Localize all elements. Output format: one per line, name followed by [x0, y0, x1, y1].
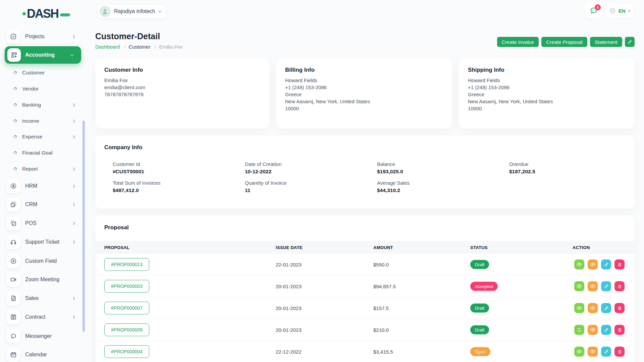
preview-button[interactable] — [588, 259, 598, 269]
calendar-icon — [6, 348, 20, 362]
create-invoice-button[interactable]: Create Invoice — [497, 37, 539, 47]
sidebar-item-label: Custom Field — [25, 258, 57, 264]
notification-badge: 0 — [595, 4, 601, 10]
edit-button[interactable] — [601, 259, 611, 269]
header-actions: Create Invoice Create Proposal Statement — [497, 37, 635, 47]
language-selector[interactable]: EN — [606, 3, 633, 18]
proposal-id-link[interactable]: #PROP000007 — [104, 302, 149, 314]
eye-icon — [576, 261, 582, 267]
sidebar-item-label: Vendor — [22, 86, 39, 92]
breadcrumb-dashboard[interactable]: Dashboard — [95, 44, 120, 50]
view-button[interactable] — [574, 259, 584, 269]
eye-icon — [590, 283, 596, 289]
eye-icon — [576, 283, 582, 289]
sidebar-scrollbar[interactable] — [83, 121, 85, 332]
cards-icon — [6, 216, 20, 230]
edit-button[interactable] — [601, 325, 611, 335]
field-value: $193,025.0 — [377, 169, 403, 175]
sidebar-item-zoom-meeting[interactable]: Zoom Meeting — [0, 272, 83, 287]
breadcrumb-customer[interactable]: Customer — [128, 44, 150, 50]
status-badge: Open — [470, 347, 490, 356]
edit-button[interactable] — [601, 281, 611, 291]
sidebar-subitem-finacial-goal[interactable]: Finacial Goal — [0, 145, 83, 160]
view-button[interactable] — [574, 347, 584, 357]
workspace-switcher[interactable]: Rajodiya infotech — [97, 4, 166, 19]
column-header-action: ACTION — [573, 245, 590, 250]
amount: $157.5 — [373, 305, 389, 311]
delete-button[interactable] — [614, 347, 625, 357]
chevron-right-icon — [72, 203, 75, 206]
messages-button[interactable]: 0 — [585, 3, 602, 18]
sidebar-subitem-expense[interactable]: Expense — [0, 129, 83, 144]
statement-button[interactable]: Statement — [590, 37, 622, 47]
edit-button[interactable] — [601, 347, 611, 357]
edit-button[interactable] — [601, 303, 611, 313]
view-button[interactable] — [574, 281, 584, 291]
sidebar-item-label: Contract — [25, 314, 45, 320]
app-logo[interactable]: DASH — [22, 7, 70, 21]
sidebar: Projects Accounting Customer Vendor Bank… — [0, 27, 87, 362]
preview-button[interactable] — [588, 303, 598, 313]
sidebar-subitem-report[interactable]: Report — [0, 162, 83, 176]
preview-button[interactable] — [588, 281, 598, 291]
field-label: Overdue — [509, 161, 535, 167]
sidebar-item-contract[interactable]: Contract — [0, 310, 83, 324]
sidebar-item-sales[interactable]: Sales — [0, 291, 83, 306]
field-label: Date of Creation — [245, 161, 281, 167]
proposal-id-link[interactable]: #PROP000003 — [104, 280, 149, 293]
sidebar-subitem-vendor[interactable]: Vendor — [0, 81, 83, 96]
create-proposal-button[interactable]: Create Proposal — [541, 37, 587, 47]
sidebar-item-crm[interactable]: CRM — [0, 197, 83, 212]
sidebar-item-label: Projects — [25, 34, 45, 40]
customer-phone: 78787878787878 — [104, 91, 145, 98]
video-icon — [6, 273, 20, 287]
preview-button[interactable] — [588, 347, 598, 357]
field-customer-id: Customer Id #CUST00001 — [113, 161, 144, 175]
field-value: 11 — [245, 187, 286, 193]
issue-date: 20-01-2023 — [276, 327, 302, 333]
sidebar-item-hrm[interactable]: HRM — [0, 179, 83, 193]
sidebar-item-projects[interactable]: Projects — [0, 29, 83, 44]
field-value: $187,202.5 — [509, 169, 535, 175]
sidebar-item-messenger[interactable]: Messenger — [0, 329, 83, 344]
field-label: Quantity of Invoice — [245, 180, 286, 186]
people-cycle-icon — [6, 179, 20, 193]
delete-button[interactable] — [614, 259, 625, 269]
sidebar-item-calendar[interactable]: Calendar — [0, 347, 83, 362]
proposal-id-link[interactable]: #PROP000004 — [104, 345, 149, 358]
table-header: PROPOSAL ISSUE DATE AMOUNT STATUS ACTION — [95, 241, 635, 254]
trash-icon — [617, 327, 622, 333]
proposal-id-link[interactable]: #PROP000009 — [104, 323, 149, 336]
issue-date: 20-01-2023 — [276, 305, 302, 311]
delete-button[interactable] — [614, 303, 625, 313]
field-average-sales: Average Sales $44,310.2 — [377, 180, 410, 193]
eye-icon — [590, 327, 596, 333]
chevron-right-icon — [72, 135, 75, 138]
chevron-right-icon — [72, 222, 75, 225]
delete-button[interactable] — [614, 281, 625, 291]
field-total-sum-invoices: Total Sum of Invoices $487,412.0 — [113, 180, 161, 193]
sidebar-item-custom-field[interactable]: Custom Field — [0, 254, 83, 268]
sidebar-item-pos[interactable]: POS — [0, 216, 83, 231]
sidebar-item-label: Accounting — [25, 52, 55, 58]
chevron-right-icon — [72, 315, 75, 319]
column-header-issue-date: ISSUE DATE — [276, 245, 303, 250]
sidebar-subitem-income[interactable]: Income — [0, 114, 83, 128]
proposal-id-link[interactable]: #PROP000013 — [104, 258, 149, 271]
delete-button[interactable] — [614, 325, 625, 335]
sidebar-item-support-ticket[interactable]: Support Ticket — [0, 235, 83, 249]
sidebar-subitem-banking[interactable]: Banking — [0, 98, 83, 112]
chevron-down-icon — [627, 8, 631, 12]
sidebar-item-accounting[interactable]: Accounting — [5, 46, 81, 64]
view-button[interactable] — [574, 303, 584, 313]
document-icon — [6, 291, 20, 305]
sidebar-item-label: Finacial Goal — [22, 150, 52, 156]
shipping-zip: 10000 — [468, 105, 553, 112]
sidebar-item-label: Support Ticket — [25, 239, 59, 245]
pencil-icon — [604, 306, 609, 311]
sidebar-subitem-customer[interactable]: Customer — [0, 65, 83, 80]
preview-button[interactable] — [588, 325, 598, 335]
convert-button[interactable] — [574, 325, 584, 335]
shipping-name: Howard Fields — [468, 77, 553, 84]
edit-customer-button[interactable] — [625, 37, 635, 47]
